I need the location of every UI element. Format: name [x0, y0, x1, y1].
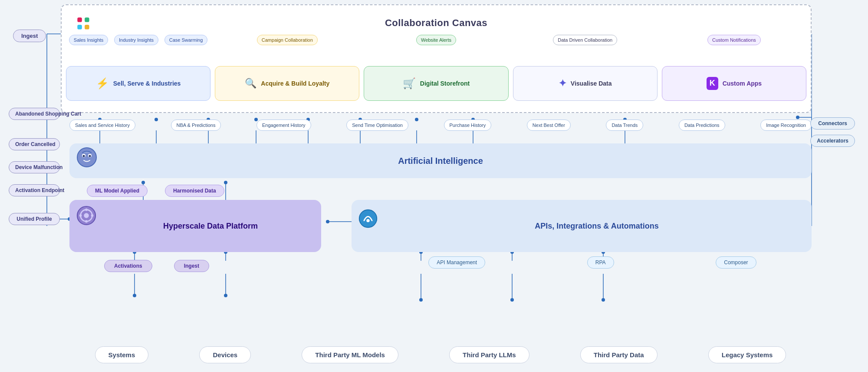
- chip-next-best-offer: Next Best Offer: [527, 120, 571, 131]
- api-section: APIs, Integrations & Automations: [352, 200, 812, 252]
- chip-send-time-opt: Send Time Optimisation: [346, 120, 408, 131]
- bottom-third-party-ml: Third Party ML Models: [302, 346, 398, 363]
- label-sales-insights: Sales Insights: [69, 35, 108, 45]
- api-sub-row: API Management RPA Composer: [378, 256, 807, 269]
- chip-sales-service-history: Sales and Service History: [69, 120, 135, 131]
- hyperscale-label: Hyperscale Data Platform: [163, 222, 258, 231]
- collab-canvas-box: Collaboration Canvas Sales Insights Indu…: [61, 4, 812, 113]
- chip-composer: Composer: [716, 256, 756, 269]
- svg-point-93: [366, 219, 369, 222]
- connectors-chip: Connectors: [810, 117, 855, 130]
- api-section-label: APIs, Integrations & Automations: [535, 222, 658, 231]
- svg-point-57: [510, 298, 514, 302]
- right-sidebar: Connectors Accelerators: [810, 117, 855, 147]
- svg-point-80: [77, 148, 96, 167]
- ai-section-label: Artificial Intelligence: [398, 156, 483, 166]
- hyperscale-section: Hyperscale Data Platform: [69, 200, 321, 252]
- search-icon: 🔍: [245, 77, 256, 90]
- chip-data-trends: Data Trends: [606, 120, 643, 131]
- collab-canvas-title: Collaboration Canvas: [62, 17, 811, 29]
- hyperscale-icon: [76, 205, 98, 227]
- label-case-swarming: Case Swarming: [164, 35, 208, 45]
- ai-mascot-icon: [76, 146, 100, 170]
- label-data-driven: Data Driven Collaboration: [553, 35, 617, 45]
- svg-point-12: [796, 116, 799, 119]
- category-custom-apps: K Custom Apps: [662, 66, 806, 101]
- ml-row: ML Model Applied Harmonised Data: [87, 185, 224, 197]
- chip-image-recognition: Image Recognition: [760, 120, 812, 131]
- svg-point-59: [602, 298, 605, 302]
- harmonised-data-chip: Harmonised Data: [165, 185, 224, 197]
- chip-rpa: RPA: [587, 256, 614, 269]
- bottom-third-party-llms: Third Party LLMs: [449, 346, 529, 363]
- ml-model-chip: ML Model Applied: [87, 185, 148, 197]
- cat-digital-label: Digital Storefront: [420, 80, 470, 87]
- bottom-legacy-systems: Legacy Systems: [708, 346, 786, 363]
- bottom-row: Systems Devices Third Party ML Models Th…: [69, 346, 812, 363]
- label-custom-notifs: Custom Notifications: [707, 35, 761, 45]
- svg-point-87: [84, 213, 89, 218]
- category-row: ⚡ Sell, Serve & Industries 🔍 Acquire & B…: [66, 66, 806, 101]
- label-campaign-collab: Campaign Collaboration: [257, 35, 318, 45]
- k-icon: K: [707, 77, 718, 90]
- svg-point-92: [359, 210, 377, 227]
- bottom-devices: Devices: [199, 346, 251, 363]
- sparkle-icon: ✦: [559, 77, 566, 90]
- cat-acquire-label: Acquire & Build Loyalty: [261, 80, 329, 87]
- svg-point-51: [133, 294, 136, 297]
- sidebar-order-cancelled: Order Cancelled: [9, 138, 60, 150]
- bottom-third-party-data: Third Party Data: [580, 346, 658, 363]
- chip-nba-predictions: NBA & Predictions: [171, 120, 221, 131]
- svg-point-37: [224, 181, 227, 184]
- svg-point-35: [141, 181, 145, 184]
- sidebar-abandoned-cart: Abandoned Shopping Cart: [9, 108, 60, 120]
- chip-purchase-history: Purchase History: [444, 120, 492, 131]
- act-row: Activations Ingest: [104, 260, 209, 272]
- svg-point-91: [91, 214, 94, 217]
- category-sell-serve: ⚡ Sell, Serve & Industries: [66, 66, 210, 101]
- chip-engagement-history: Engagement History: [256, 120, 311, 131]
- sidebar-device-malfunction: Device Malfunction: [9, 161, 60, 173]
- category-visualise-data: ✦ Visualise Data: [513, 66, 658, 101]
- ingest-chip: Ingest: [174, 260, 209, 272]
- activations-chip: Activations: [104, 260, 152, 272]
- ai-section: Artificial Intelligence: [69, 143, 812, 178]
- svg-point-53: [224, 294, 227, 297]
- sidebar-activation-endpoint: Activation Endpoint: [9, 184, 60, 196]
- svg-point-90: [79, 214, 82, 217]
- chip-data-predictions: Data Predictions: [679, 120, 725, 131]
- svg-point-84: [89, 155, 91, 157]
- cart-icon: 🛒: [403, 76, 416, 90]
- category-digital-storefront: 🛒 Digital Storefront: [364, 66, 508, 101]
- lightning-icon: ⚡: [96, 76, 109, 90]
- chip-api-management: API Management: [428, 256, 485, 269]
- sidebar-unified-profile: Unified Profile: [9, 213, 60, 225]
- svg-point-55: [419, 298, 423, 302]
- svg-point-83: [83, 155, 85, 157]
- cat-custom-apps-label: Custom Apps: [723, 80, 762, 87]
- mulesoft-icon: [358, 209, 379, 229]
- bottom-systems: Systems: [95, 346, 149, 363]
- main-container: Ingest Collaboration Canvas Sales Insigh…: [0, 0, 868, 372]
- category-acquire-build: 🔍 Acquire & Build Loyalty: [215, 66, 359, 101]
- data-labels-row: Sales and Service History NBA & Predicti…: [69, 120, 812, 131]
- ingest-label: Ingest: [13, 30, 46, 42]
- label-industry-insights: Industry Insights: [114, 35, 158, 45]
- svg-point-89: [85, 220, 88, 223]
- cat-visualise-label: Visualise Data: [571, 80, 612, 87]
- svg-point-88: [85, 209, 88, 211]
- accelerators-chip: Accelerators: [810, 135, 855, 147]
- svg-point-39: [326, 220, 329, 223]
- label-website-alerts: Website Alerts: [416, 35, 456, 45]
- cat-sell-serve-label: Sell, Serve & Industries: [113, 80, 181, 87]
